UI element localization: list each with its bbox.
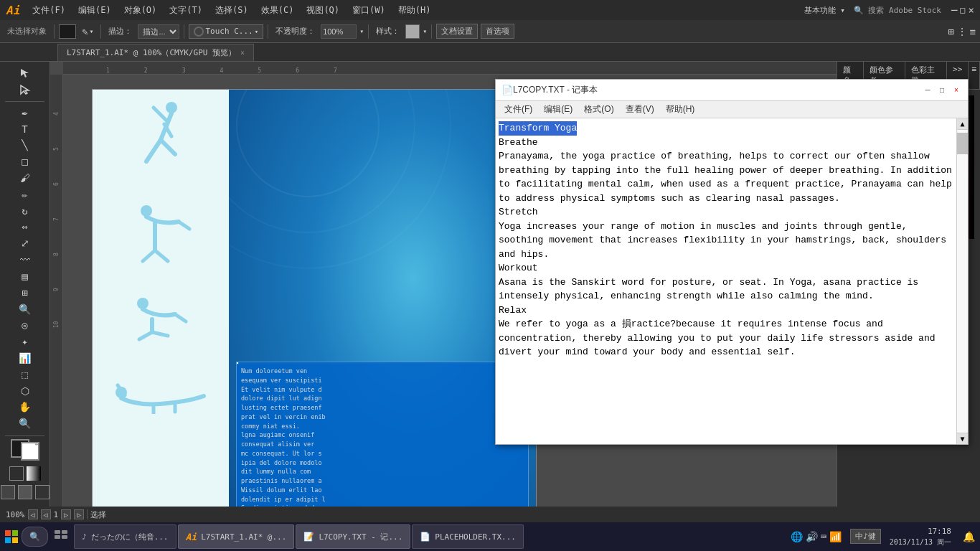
style-dropdown[interactable]: ▾ — [423, 27, 427, 35]
clock[interactable]: 17:18 2013/11/13 周一 — [884, 526, 957, 547]
np-menu-edit[interactable]: 编辑(E) — [538, 102, 578, 117]
menu-edit[interactable]: 编辑(E) — [72, 3, 117, 18]
menu-object[interactable]: 对象(O) — [118, 3, 163, 18]
fill-color[interactable] — [59, 24, 76, 39]
arrange-icon[interactable]: ⊞ — [948, 26, 953, 37]
menu-window[interactable]: 窗口(W) — [347, 3, 391, 18]
direct-selection-tool[interactable] — [15, 83, 35, 98]
scroll-down[interactable]: ▼ — [957, 433, 968, 444]
close-btn[interactable]: × — [969, 4, 974, 16]
np-menu-help[interactable]: 帮助(H) — [660, 102, 701, 117]
menu-file[interactable]: 文件(F) — [27, 3, 71, 18]
notepad-titlebar[interactable]: 📄 L7COPY.TXT - 记事本 ─ □ × — [496, 80, 968, 101]
zoom-decrease[interactable]: ◁ — [28, 509, 38, 519]
text-block[interactable]: Num doloreetum ven esequam ver suscipist… — [236, 362, 529, 507]
symbol-tool[interactable]: ✦ — [15, 334, 35, 349]
left-tools-panel: ✒ T ╲ □ 🖌 ✏ ↻ ⇔ ⤢ 〰 ▤ ⊞ 🔍 ◎ ✦ 📊 ⬚ ⬡ ✋ 🔍 … — [0, 62, 50, 507]
scroll-up[interactable]: ▲ — [957, 118, 968, 130]
notification-icon: 🔔 — [963, 531, 975, 542]
tray-icon-2[interactable]: 🔊 — [806, 531, 818, 542]
svg-rect-30 — [55, 535, 60, 539]
pen-tool[interactable]: ✒ — [15, 105, 35, 120]
preferences-button[interactable]: 首选项 — [481, 24, 514, 39]
menu-help[interactable]: 帮助(H) — [392, 3, 437, 18]
draw-mode-btn[interactable] — [18, 485, 32, 499]
artboard-tool[interactable]: ⬚ — [15, 367, 35, 382]
menu-text[interactable]: 文字(T) — [164, 3, 208, 18]
np-menu-file[interactable]: 文件(F) — [499, 102, 538, 117]
warp-tool[interactable]: 〰 — [15, 253, 35, 268]
rect-tool[interactable]: □ — [15, 154, 35, 169]
text-line-12: dit lummy nulla com — [241, 467, 524, 476]
minimize-btn[interactable]: ─ — [951, 4, 957, 16]
stock-search[interactable]: 🔍 搜索 Adobe Stock — [854, 5, 941, 16]
swap-colors[interactable]: ⇄ — [34, 439, 39, 447]
notepad-scrollbar[interactable]: ▲ ▼ — [956, 118, 968, 444]
text-line-1: Num doloreetum ven — [241, 367, 524, 376]
type-tool[interactable]: T — [15, 121, 35, 136]
taskbar-placeholder-app[interactable]: 📄 PLACEHOLDER.TX... — [412, 524, 524, 549]
notification-btn[interactable]: 🔔 — [960, 528, 977, 545]
menu-select[interactable]: 选择(S) — [209, 3, 254, 18]
restore-btn[interactable]: □ — [960, 5, 965, 15]
taskbar-music-app[interactable]: ♪ だったのに（纯音... — [74, 524, 176, 549]
taskbar-illustrator-app[interactable]: Ai L7START_1.AI* @... — [178, 524, 295, 549]
selection-tool[interactable] — [15, 66, 35, 81]
zoom-increase[interactable]: ▷ — [74, 509, 84, 519]
taskbar-notepad-app[interactable]: 📝 L7COPY.TXT - 记... — [296, 524, 410, 549]
task-view-btn[interactable] — [52, 528, 70, 545]
zoom-page-prev[interactable]: ◁ — [41, 509, 51, 519]
ruler-left: 4 5 6 7 8 9 10 — [50, 75, 63, 507]
np-menu-view[interactable]: 查看(V) — [620, 102, 660, 117]
zoom-tool[interactable]: 🔍 — [15, 416, 35, 431]
gradient-tool[interactable]: ▤ — [15, 269, 35, 284]
tray-icon-4[interactable]: 📶 — [829, 531, 842, 542]
opacity-input[interactable] — [321, 24, 357, 39]
touch-dropdown[interactable]: ▾ — [255, 28, 258, 35]
ime-box[interactable]: 中♪健 — [850, 529, 881, 544]
notepad-controls: ─ □ × — [922, 85, 962, 96]
notepad-text-area[interactable] — [496, 118, 956, 444]
rotate-tool[interactable]: ↻ — [15, 203, 35, 218]
align-icon[interactable]: ≡ — [970, 26, 976, 37]
line-tool[interactable]: ╲ — [15, 138, 35, 153]
start-button[interactable] — [3, 528, 20, 545]
menu-view[interactable]: 视图(Q) — [301, 3, 345, 18]
scroll-thumb[interactable] — [957, 133, 968, 154]
doc-tab-close[interactable]: × — [240, 49, 245, 57]
scale-tool[interactable]: ⤢ — [15, 236, 35, 251]
panel-menu[interactable]: ≡ — [969, 62, 980, 89]
tray-icon-3[interactable]: ⌨ — [821, 531, 826, 542]
mesh-tool[interactable]: ⊞ — [15, 285, 35, 300]
paintbrush-tool[interactable]: 🖌 — [15, 171, 35, 186]
pen-tool-select[interactable]: ✎ ▾ — [79, 24, 96, 39]
screen-mode-btn[interactable] — [35, 485, 50, 499]
touch-button[interactable]: Touch C... ▾ — [189, 24, 263, 39]
tray-icon-1[interactable]: 🌐 — [791, 531, 803, 542]
zoom-page-next[interactable]: ▷ — [61, 509, 71, 519]
np-menu-format[interactable]: 格式(O) — [578, 102, 619, 117]
mirror-tool[interactable]: ⇔ — [15, 220, 35, 235]
menu-effect[interactable]: 效果(C) — [255, 3, 300, 18]
ai-logo: Ai — [6, 4, 19, 17]
opacity-dropdown[interactable]: ▾ — [359, 27, 364, 35]
svg-line-10 — [143, 250, 155, 261]
notepad-maximize[interactable]: □ — [936, 85, 948, 96]
no-fill-btn[interactable] — [9, 466, 24, 481]
hand-tool[interactable]: ✋ — [15, 400, 35, 415]
pencil-tool[interactable]: ✏ — [15, 187, 35, 202]
taskbar-search[interactable]: 🔍 — [22, 527, 48, 547]
graph-tool[interactable]: 📊 — [15, 351, 35, 366]
fill-mode-btn[interactable] — [1, 485, 15, 499]
doc-tab[interactable]: L7START_1.AI* @ 100%（CMYK/GPU 预览） × — [57, 44, 254, 61]
stroke-select[interactable]: 描边... — [138, 24, 179, 39]
more-icon[interactable]: ⋮ — [957, 26, 967, 37]
slice-tool[interactable]: ⬡ — [15, 383, 35, 398]
notepad-minimize[interactable]: ─ — [922, 85, 933, 96]
blend-tool[interactable]: ◎ — [15, 318, 35, 333]
doc-settings-button[interactable]: 文档设置 — [436, 24, 478, 39]
eyedropper-tool[interactable]: 🔍 — [15, 301, 35, 316]
style-swatch[interactable] — [405, 24, 420, 39]
gradient-fill-btn[interactable] — [27, 466, 41, 481]
notepad-close[interactable]: × — [951, 85, 962, 96]
